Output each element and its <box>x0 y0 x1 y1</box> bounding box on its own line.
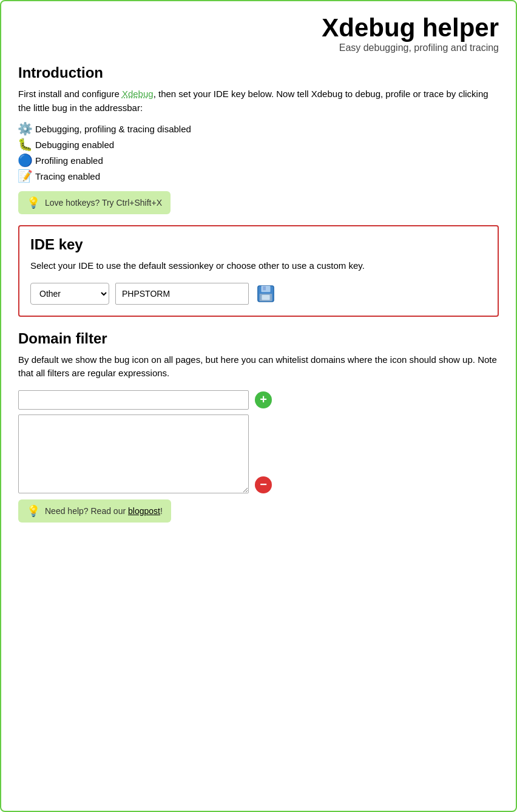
ide-key-title: IDE key <box>30 236 487 253</box>
status-profiling: 🔵 Profiling enabled <box>18 154 499 167</box>
main-container: Xdebug helper Easy debugging, profiling … <box>0 0 517 812</box>
bulb-icon: 💡 <box>27 196 40 209</box>
status-tracing-label: Tracing enabled <box>35 171 100 181</box>
svg-rect-2 <box>263 286 266 290</box>
domain-add-button[interactable]: + <box>255 391 272 408</box>
add-icon: + <box>260 393 267 407</box>
svg-rect-4 <box>262 294 269 299</box>
xdebug-link[interactable]: Xdebug <box>122 89 154 99</box>
status-debugging: 🐛 Debugging enabled <box>18 138 499 151</box>
hotkey-tip-text: Love hotkeys? Try Ctrl+Shift+X <box>45 198 162 208</box>
help-tip: 💡 Need help? Read our blogpost! <box>18 499 171 523</box>
status-tracing: 📝 Tracing enabled <box>18 169 499 183</box>
domain-input-row: + <box>18 390 499 410</box>
domain-filter-input[interactable] <box>18 390 249 410</box>
blogpost-link[interactable]: blogpost <box>128 506 160 516</box>
profile-icon: 🔵 <box>18 154 32 167</box>
disabled-icon: ⚙️ <box>18 122 32 135</box>
page-subtitle: Easy debugging, profiling and tracing <box>18 42 499 53</box>
ide-key-controls: PhpStorm Eclipse NetBeans Sublime Text K… <box>30 283 487 305</box>
domain-filter-textarea[interactable] <box>18 414 249 493</box>
introduction-section: Introduction First install and configure… <box>18 64 499 214</box>
page-title: Xdebug helper <box>18 13 499 42</box>
domain-textarea-row: − <box>18 414 499 493</box>
introduction-text: First install and configure Xdebug, then… <box>18 87 499 115</box>
ide-key-save-button[interactable] <box>255 283 277 305</box>
status-debugging-label: Debugging enabled <box>35 140 114 150</box>
remove-icon: − <box>260 478 267 492</box>
status-disabled: ⚙️ Debugging, profiling & tracing disabl… <box>18 122 499 135</box>
status-list: ⚙️ Debugging, profiling & tracing disabl… <box>18 122 499 183</box>
trace-icon: 📝 <box>18 169 32 183</box>
status-profiling-label: Profiling enabled <box>35 155 103 166</box>
domain-filter-section: Domain filter By default we show the bug… <box>18 330 499 523</box>
hotkey-tip: 💡 Love hotkeys? Try Ctrl+Shift+X <box>18 191 171 214</box>
debug-icon: 🐛 <box>18 138 32 151</box>
save-icon <box>257 285 275 303</box>
ide-key-description: Select your IDE to use the default sessi… <box>30 259 487 273</box>
intro-text-before-link: First install and configure <box>18 89 122 99</box>
status-disabled-label: Debugging, profiling & tracing disabled <box>35 124 191 134</box>
ide-key-section: IDE key Select your IDE to use the defau… <box>18 225 499 317</box>
domain-remove-button[interactable]: − <box>255 476 272 493</box>
domain-filter-title: Domain filter <box>18 330 499 347</box>
domain-filter-description: By default we show the bug icon on all p… <box>18 353 499 381</box>
ide-key-input[interactable] <box>115 283 249 305</box>
page-header: Xdebug helper Easy debugging, profiling … <box>18 13 499 53</box>
help-tip-text: Need help? Read our blogpost! <box>45 506 163 516</box>
introduction-title: Introduction <box>18 64 499 81</box>
help-bulb-icon: 💡 <box>27 504 40 518</box>
ide-select[interactable]: PhpStorm Eclipse NetBeans Sublime Text K… <box>30 283 109 305</box>
